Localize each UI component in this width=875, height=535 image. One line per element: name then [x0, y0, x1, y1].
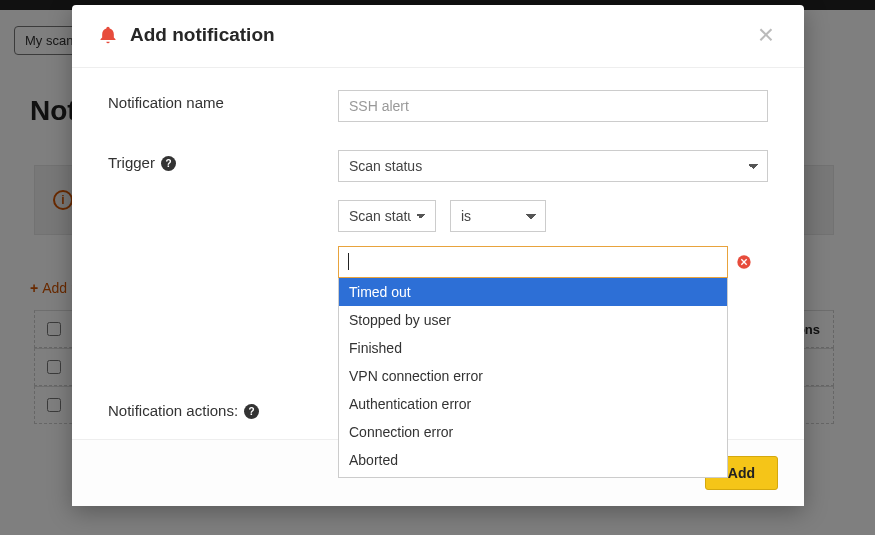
- dropdown-item[interactable]: Aborted: [339, 446, 727, 474]
- help-icon[interactable]: ?: [161, 156, 176, 171]
- remove-icon: [736, 254, 752, 270]
- trigger-label: Trigger: [108, 154, 155, 171]
- condition-value-dropdown: Timed out Stopped by user Finished VPN c…: [338, 278, 728, 478]
- dropdown-item[interactable]: Connection error: [339, 418, 727, 446]
- modal-body: Notification name Trigger ? Scan status …: [72, 68, 804, 439]
- remove-condition-button[interactable]: [736, 254, 752, 270]
- close-icon[interactable]: ×: [754, 21, 778, 49]
- dropdown-item[interactable]: Finished: [339, 334, 727, 362]
- condition-value-input[interactable]: [338, 246, 728, 278]
- notification-name-input[interactable]: [338, 90, 768, 122]
- dropdown-item[interactable]: Authentication error: [339, 390, 727, 418]
- bell-icon: [98, 25, 118, 45]
- dropdown-item[interactable]: Timed out: [339, 278, 727, 306]
- text-cursor: [348, 253, 349, 270]
- notification-name-label: Notification name: [108, 90, 338, 122]
- dropdown-item[interactable]: Stopped by user: [339, 306, 727, 334]
- modal-title: Add notification: [130, 24, 275, 46]
- dropdown-item[interactable]: Failed to start: [339, 474, 727, 478]
- help-icon[interactable]: ?: [244, 404, 259, 419]
- dropdown-item[interactable]: VPN connection error: [339, 362, 727, 390]
- trigger-select[interactable]: Scan status: [338, 150, 768, 182]
- condition-operator-select[interactable]: is: [450, 200, 546, 232]
- add-notification-modal: Add notification × Notification name Tri…: [72, 5, 804, 506]
- notification-actions-label: Notification actions:: [108, 402, 238, 419]
- condition-field-select[interactable]: Scan status: [338, 200, 436, 232]
- modal-header: Add notification ×: [72, 5, 804, 68]
